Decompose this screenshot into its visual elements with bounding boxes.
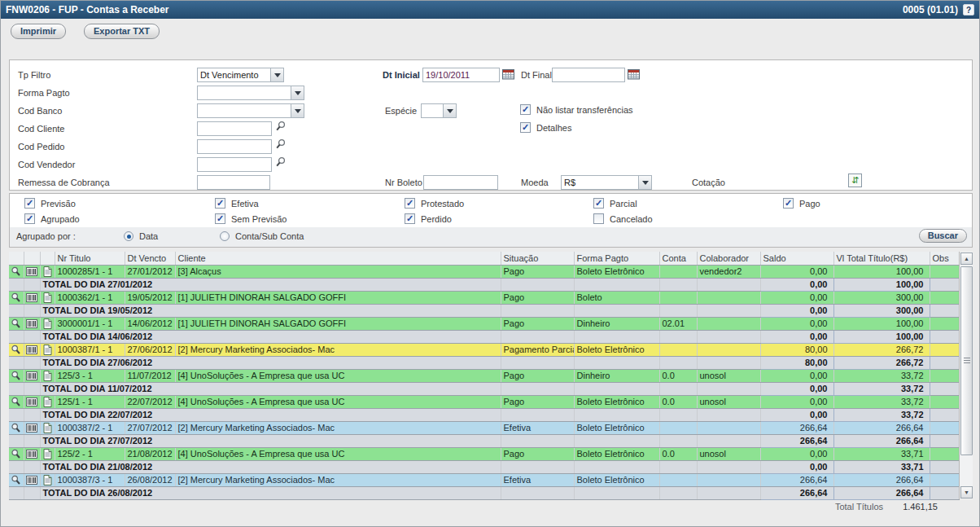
detalhes-checkbox[interactable]: ✓Detalhes	[520, 122, 571, 133]
total-label-cell: TOTAL DO DIA 27/01/2012	[40, 278, 501, 291]
table-row[interactable]: 1000387/2 - 127/07/2012[2] Mercury Marke…	[9, 421, 959, 434]
chevron-down-icon[interactable]	[291, 86, 304, 99]
row-barcode-icon[interactable]	[24, 343, 40, 356]
row-document-icon[interactable]	[40, 473, 55, 486]
vl-total-cell: 266,64	[833, 473, 930, 486]
table-row[interactable]: 1000387/3 - 126/08/2012[2] Mercury Marke…	[9, 473, 959, 486]
table-row[interactable]: 1000362/1 - 119/05/2012[1] JULIETH DINOR…	[9, 291, 959, 304]
total-saldo-cell: 0,00	[760, 460, 833, 473]
empty-cell	[501, 330, 574, 343]
cod-pedido-input[interactable]	[197, 139, 272, 154]
dt-inicial-calendar-icon[interactable]	[502, 68, 514, 81]
obs-cell	[930, 278, 959, 291]
dt-final-calendar-icon[interactable]	[628, 68, 640, 81]
row-document-icon[interactable]	[40, 421, 55, 434]
empty-cell	[574, 304, 659, 317]
row-document-icon[interactable]	[40, 395, 55, 408]
row-document-icon[interactable]	[40, 369, 55, 382]
table-row[interactable]: 1000285/1 - 127/01/2012[3] AlcaçusPagoBo…	[9, 265, 959, 278]
status-checkbox-efetiva[interactable]: ✓Efetiva	[215, 198, 259, 209]
row-zoom-icon[interactable]	[9, 369, 24, 382]
radio-conta-sub-conta[interactable]: Conta/Sub Conta	[220, 231, 304, 241]
status-checkbox-perdido[interactable]: ✓Perdido	[405, 213, 452, 224]
chevron-down-icon[interactable]	[443, 104, 456, 117]
empty-cell	[574, 382, 659, 395]
cod-vendedor-lookup-icon[interactable]	[275, 156, 287, 169]
row-barcode-icon[interactable]	[24, 291, 40, 304]
nao-listar-checkbox[interactable]: ✓Não listar transferências	[520, 104, 633, 115]
row-zoom-icon[interactable]	[9, 395, 24, 408]
row-zoom-icon[interactable]	[9, 291, 24, 304]
icon-cell-empty	[9, 486, 24, 499]
row-barcode-icon[interactable]	[24, 369, 40, 382]
cod-cliente-lookup-icon[interactable]	[275, 121, 287, 134]
total-saldo-cell: 80,00	[760, 356, 833, 369]
table-row[interactable]: 125/3 - 111/07/2012[4] UnoSoluções - A E…	[9, 369, 959, 382]
row-document-icon[interactable]	[40, 265, 55, 278]
conta-cell: 0.0	[659, 369, 697, 382]
row-zoom-icon[interactable]	[9, 447, 24, 460]
row-barcode-icon[interactable]	[24, 265, 40, 278]
obs-cell	[930, 343, 959, 356]
row-document-icon[interactable]	[40, 291, 55, 304]
cod-banco-select[interactable]	[197, 103, 304, 118]
row-barcode-icon[interactable]	[24, 473, 40, 486]
dt-inicial-input[interactable]	[422, 68, 500, 82]
row-barcode-icon[interactable]	[24, 317, 40, 330]
table-row[interactable]: 125/1 - 122/07/2012[4] UnoSoluções - A E…	[9, 395, 959, 408]
status-checkbox-protestado[interactable]: ✓Protestado	[405, 198, 464, 209]
chevron-down-icon[interactable]	[638, 176, 651, 189]
moeda-select[interactable]: R$	[561, 175, 652, 190]
row-document-icon[interactable]	[40, 317, 55, 330]
icon-cell-empty	[9, 356, 24, 369]
row-barcode-icon[interactable]	[24, 447, 40, 460]
dt-final-input[interactable]	[552, 68, 625, 82]
icon-cell-empty	[24, 304, 40, 317]
table-row[interactable]: 125/2 - 121/08/2012[4] UnoSoluções - A E…	[9, 447, 959, 460]
buscar-button[interactable]: Buscar	[919, 229, 967, 243]
cod-cliente-input[interactable]	[197, 121, 272, 136]
table-row[interactable]: 1000387/1 - 127/06/2012[2] Mercury Marke…	[9, 343, 959, 356]
row-document-icon[interactable]	[40, 447, 55, 460]
nr-boleto-input[interactable]	[423, 175, 498, 190]
chevron-down-icon[interactable]	[291, 104, 304, 117]
radio-data[interactable]: Data	[124, 231, 158, 241]
obs-cell	[930, 395, 959, 408]
row-document-icon[interactable]	[40, 343, 55, 356]
imprimir-button[interactable]: Imprimir	[11, 24, 66, 39]
status-checkbox-agrupado[interactable]: ✓Agrupado	[24, 213, 80, 224]
row-zoom-icon[interactable]	[9, 317, 24, 330]
exportar-txt-button[interactable]: Exportar TXT	[84, 24, 160, 39]
status-checkbox-previs-o[interactable]: ✓Previsão	[24, 198, 76, 209]
vertical-scrollbar[interactable]: ▲ ▼	[959, 252, 973, 499]
row-barcode-icon[interactable]	[24, 395, 40, 408]
row-zoom-icon[interactable]	[9, 473, 24, 486]
status-checkbox-sem-previs-o[interactable]: ✓Sem Previsão	[215, 213, 287, 224]
cod-vendedor-label: Cod Vendedor	[18, 160, 75, 169]
table-total-row: TOTAL DO DIA 26/08/2012266,64266,64	[9, 486, 959, 499]
scrollbar-thumb[interactable]	[960, 266, 973, 455]
row-zoom-icon[interactable]	[9, 265, 24, 278]
empty-cell	[574, 356, 659, 369]
forma-pagto-select[interactable]	[197, 86, 304, 100]
cod-vendedor-input[interactable]	[197, 157, 272, 172]
remessa-cobranca-input[interactable]	[197, 175, 270, 190]
status-checkbox-pago[interactable]: ✓Pago	[783, 198, 820, 209]
row-barcode-icon[interactable]	[24, 421, 40, 434]
scroll-up-icon[interactable]: ▲	[960, 253, 973, 265]
chevron-down-icon[interactable]	[270, 68, 283, 81]
help-icon[interactable]: ?	[963, 4, 974, 15]
scroll-down-icon[interactable]: ▼	[960, 486, 973, 498]
remessa-cobranca-label: Remessa de Cobrança	[18, 178, 110, 187]
vl-total-cell: 100,00	[833, 317, 930, 330]
row-zoom-icon[interactable]	[9, 421, 24, 434]
icon-column-header	[24, 252, 40, 265]
status-checkbox-cancelado[interactable]: Cancelado	[593, 213, 653, 224]
tp-filtro-select[interactable]: Dt Vencimento	[197, 68, 284, 82]
especie-select[interactable]	[421, 103, 457, 118]
row-zoom-icon[interactable]	[9, 343, 24, 356]
table-row[interactable]: 3000001/1 - 114/06/2012[1] JULIETH DINOR…	[9, 317, 959, 330]
status-checkbox-parcial[interactable]: ✓Parcial	[593, 198, 637, 209]
cod-pedido-lookup-icon[interactable]	[275, 138, 287, 152]
cotacao-refresh-icon[interactable]: ⇵	[848, 173, 862, 187]
